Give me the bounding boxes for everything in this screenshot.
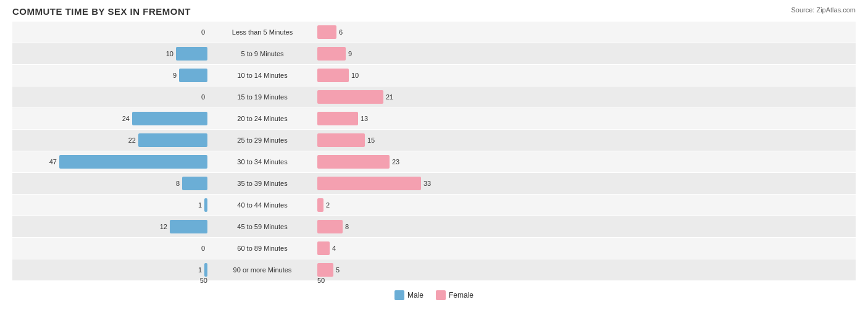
- male-bar: [59, 155, 207, 169]
- left-section: 0: [12, 25, 210, 39]
- female-bar: [317, 133, 365, 147]
- chart-row: 8 35 to 39 Minutes 33: [12, 173, 856, 194]
- row-label: Less than 5 Minutes: [210, 28, 315, 36]
- female-bar-container: 8: [317, 220, 496, 233]
- male-bar-container: 24: [28, 112, 207, 125]
- row-label: 25 to 29 Minutes: [210, 136, 315, 144]
- left-section: 1: [12, 198, 210, 212]
- female-bar: [317, 112, 358, 125]
- left-section: 8: [12, 177, 210, 190]
- female-bar: [317, 90, 383, 104]
- male-bar: [170, 220, 207, 233]
- chart-row: 22 25 to 29 Minutes 15: [12, 130, 856, 151]
- male-bar-container: 12: [28, 220, 207, 233]
- axis-right-value: 50: [317, 277, 325, 287]
- female-value: 21: [386, 93, 399, 101]
- left-section: 22: [12, 133, 210, 147]
- chart-row: 0 Less than 5 Minutes 6: [12, 22, 856, 43]
- male-value: 9: [163, 72, 177, 79]
- right-section: 6: [315, 25, 856, 39]
- male-value: 0: [191, 28, 205, 36]
- female-bar: [317, 220, 343, 233]
- male-value: 1: [188, 201, 202, 209]
- axis-labels: 50 50: [12, 277, 856, 287]
- chart-row: 10 5 to 9 Minutes 9: [12, 43, 856, 64]
- female-bar: [317, 198, 323, 212]
- row-label: 10 to 14 Minutes: [210, 72, 315, 79]
- female-value: 2: [326, 201, 340, 209]
- male-bar-container: 1: [28, 198, 207, 212]
- female-bar-container: 21: [317, 90, 496, 104]
- male-legend-box: [394, 290, 404, 300]
- male-bar: [182, 177, 207, 190]
- female-bar-container: 5: [317, 263, 496, 277]
- female-value: 13: [361, 115, 374, 122]
- female-bar: [317, 177, 421, 190]
- chart-area: 0 Less than 5 Minutes 6 10 5 to 9 Minute…: [12, 22, 856, 277]
- right-section: 5: [315, 263, 856, 277]
- male-bar: [179, 69, 207, 82]
- chart-row: 47 30 to 34 Minutes 23: [12, 151, 856, 172]
- male-bar-container: 47: [28, 155, 207, 169]
- source-text: Source: ZipAtlas.com: [791, 6, 856, 14]
- left-section: 1: [12, 263, 210, 277]
- chart-title: COMMUTE TIME BY SEX IN FREMONT: [12, 6, 856, 17]
- male-value: 12: [154, 223, 167, 230]
- female-value: 10: [351, 72, 365, 79]
- female-value: 8: [345, 223, 359, 230]
- male-bar-container: 9: [28, 69, 207, 82]
- male-bar: [204, 198, 207, 212]
- female-value: 23: [392, 158, 406, 166]
- row-label: 40 to 44 Minutes: [210, 201, 315, 209]
- left-section: 12: [12, 220, 210, 233]
- left-section: 0: [12, 90, 210, 104]
- male-value: 47: [43, 158, 57, 166]
- right-section: 9: [315, 47, 856, 61]
- female-bar-container: 10: [317, 69, 496, 82]
- female-bar: [317, 155, 390, 169]
- right-section: 4: [315, 241, 856, 255]
- male-bar: [176, 47, 207, 61]
- chart-row: 0 15 to 19 Minutes 21: [12, 86, 856, 107]
- row-label: 90 or more Minutes: [210, 266, 315, 274]
- male-value: 0: [191, 245, 205, 252]
- left-section: 10: [12, 47, 210, 61]
- row-label: 35 to 39 Minutes: [210, 180, 315, 187]
- female-bar: [317, 47, 346, 61]
- male-bar-container: 0: [28, 90, 207, 104]
- male-bar-container: 22: [28, 133, 207, 147]
- right-section: 15: [315, 133, 856, 147]
- legend-male: Male: [394, 290, 424, 300]
- row-label: 30 to 34 Minutes: [210, 158, 315, 166]
- male-bar: [132, 112, 207, 125]
- chart-row: 24 20 to 24 Minutes 13: [12, 108, 856, 129]
- male-bar-container: 0: [28, 25, 207, 39]
- female-value: 5: [336, 266, 349, 274]
- male-bar-container: 8: [28, 177, 207, 190]
- right-section: 33: [315, 177, 856, 190]
- female-value: 15: [367, 136, 381, 144]
- male-value: 24: [116, 115, 130, 122]
- male-bar-container: 10: [28, 47, 207, 61]
- female-bar: [317, 263, 333, 277]
- female-bar-container: 13: [317, 112, 496, 125]
- chart-row: 0 60 to 89 Minutes 4: [12, 238, 856, 259]
- female-value: 33: [424, 180, 437, 187]
- male-bar: [138, 133, 207, 147]
- row-label: 5 to 9 Minutes: [210, 50, 315, 57]
- male-value: 1: [188, 266, 202, 274]
- legend-female: Female: [436, 290, 474, 300]
- left-section: 9: [12, 69, 210, 82]
- male-bar: [204, 263, 207, 277]
- legend: Male Female: [12, 290, 856, 300]
- male-value: 8: [166, 180, 180, 187]
- left-section: 0: [12, 241, 210, 255]
- chart-row: 1 40 to 44 Minutes 2: [12, 195, 856, 216]
- row-label: 20 to 24 Minutes: [210, 115, 315, 122]
- female-bar-container: 23: [317, 155, 496, 169]
- left-section: 24: [12, 112, 210, 125]
- female-bar-container: 9: [317, 47, 496, 61]
- chart-row: 9 10 to 14 Minutes 10: [12, 65, 856, 86]
- right-section: 21: [315, 90, 856, 104]
- female-bar-container: 15: [317, 133, 496, 147]
